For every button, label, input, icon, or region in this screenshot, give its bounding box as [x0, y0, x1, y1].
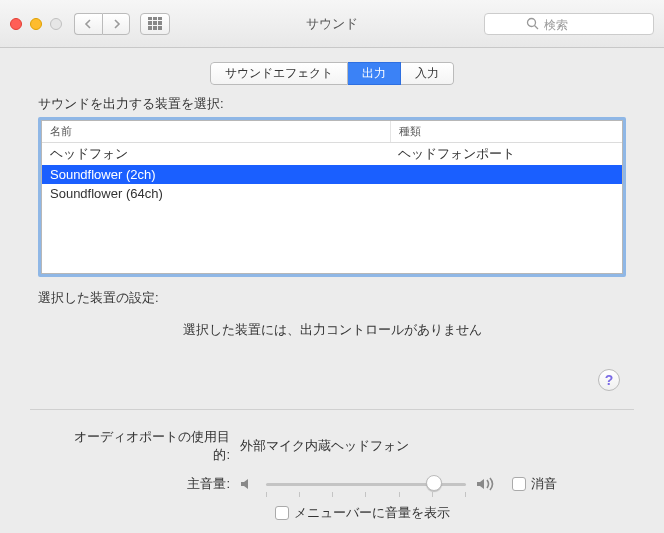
search-wrap: 検索: [484, 13, 654, 35]
grid-icon: [148, 17, 162, 31]
mute-checkbox[interactable]: [512, 477, 526, 491]
col-type[interactable]: 種類: [390, 121, 622, 143]
menubar-checkbox[interactable]: [275, 506, 289, 520]
menubar-label: メニューバーに音量を表示: [294, 504, 450, 522]
tab-output[interactable]: 出力: [348, 62, 401, 85]
tab-sound-effects[interactable]: サウンドエフェクト: [210, 62, 348, 85]
no-controls-text: 選択した装置には、出力コントロールがありません: [38, 321, 626, 339]
audio-port-label: オーディオポートの使用目的:: [60, 428, 230, 464]
nav-buttons: [74, 13, 130, 35]
device-row[interactable]: Soundflower (64ch): [42, 184, 622, 203]
divider: [30, 409, 634, 410]
device-settings-label: 選択した装置の設定:: [38, 289, 626, 307]
device-row[interactable]: ヘッドフォン ヘッドフォンポート: [42, 143, 622, 165]
help-button[interactable]: ?: [598, 369, 620, 391]
device-list: 名前 種類 ヘッドフォン ヘッドフォンポート Soundflower (2ch): [38, 117, 626, 277]
slider-thumb[interactable]: [426, 475, 442, 491]
device-select-heading: サウンドを出力する装置を選択:: [38, 95, 626, 113]
volume-low-icon: [240, 477, 256, 491]
volume-slider[interactable]: [266, 474, 466, 494]
close-button[interactable]: [10, 18, 22, 30]
search-input[interactable]: [484, 13, 654, 35]
tab-bar: サウンドエフェクト 出力 入力: [0, 62, 664, 85]
audio-port-value: 外部マイク内蔵ヘッドフォン: [240, 437, 409, 455]
audio-port-row: オーディオポートの使用目的: 外部マイク内蔵ヘッドフォン: [60, 428, 604, 464]
mute-label: 消音: [531, 475, 557, 493]
device-row[interactable]: Soundflower (2ch): [42, 165, 622, 184]
volume-label: 主音量:: [60, 475, 230, 493]
zoom-button: [50, 18, 62, 30]
volume-high-icon: [476, 476, 498, 492]
forward-button[interactable]: [102, 13, 130, 35]
volume-row: 主音量: 消音: [60, 474, 604, 494]
titlebar: サウンド 検索: [0, 0, 664, 48]
back-button[interactable]: [74, 13, 102, 35]
minimize-button[interactable]: [30, 18, 42, 30]
window-controls: [10, 18, 62, 30]
col-name[interactable]: 名前: [42, 121, 390, 143]
show-all-button[interactable]: [140, 13, 170, 35]
tab-input[interactable]: 入力: [401, 62, 454, 85]
